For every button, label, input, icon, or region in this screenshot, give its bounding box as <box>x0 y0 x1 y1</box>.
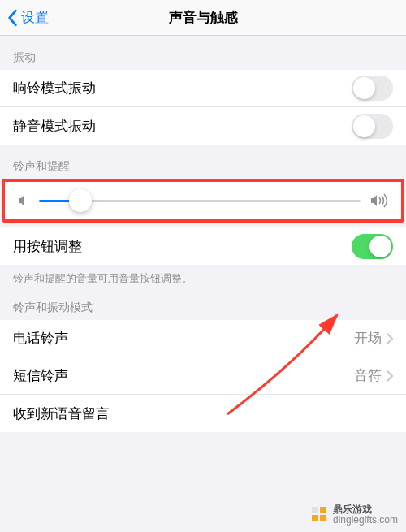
logo-icon <box>312 507 328 523</box>
switch-silent-vibrate[interactable] <box>352 114 393 139</box>
row-voicemail[interactable]: 收到新语音留言 <box>0 395 406 432</box>
row-label: 短信铃声 <box>13 366 354 385</box>
row-value: 音符 <box>354 366 382 385</box>
chevron-left-icon <box>6 9 18 27</box>
switch-ring-vibrate[interactable] <box>352 76 393 101</box>
row-label: 响铃模式振动 <box>13 79 352 97</box>
watermark-cn: 鼎乐游戏 <box>333 504 398 515</box>
switch-change-with-buttons[interactable] <box>352 234 393 259</box>
watermark: 鼎乐游戏 dinglegifts.com <box>312 504 398 526</box>
speaker-min-icon <box>18 194 29 207</box>
section-header-vibrate: 振动 <box>0 36 406 70</box>
section-header-patterns: 铃声和振动模式 <box>0 286 406 320</box>
row-change-with-buttons[interactable]: 用按钮调整 <box>0 227 406 265</box>
watermark-url: dinglegifts.com <box>333 515 398 526</box>
volume-slider-row[interactable] <box>2 179 404 223</box>
switch-knob <box>353 77 375 99</box>
row-sms-ringtone[interactable]: 短信铃声 音符 <box>0 357 406 395</box>
page-title: 声音与触感 <box>0 8 406 27</box>
switch-knob <box>369 236 391 257</box>
chevron-right-icon <box>387 370 393 382</box>
section-header-ringtone: 铃声和提醒 <box>0 145 406 179</box>
row-ring-vibrate[interactable]: 响铃模式振动 <box>0 70 406 107</box>
chevron-right-icon <box>387 333 393 344</box>
section-footer-ringtone: 铃声和提醒的音量可用音量按钮调整。 <box>0 265 406 286</box>
slider-thumb[interactable] <box>69 189 92 212</box>
back-label: 设置 <box>21 8 49 27</box>
row-value: 开场 <box>354 329 382 348</box>
speaker-max-icon <box>370 193 388 208</box>
row-silent-vibrate[interactable]: 静音模式振动 <box>0 107 406 145</box>
row-label: 收到新语音留言 <box>13 404 393 423</box>
volume-slider[interactable] <box>39 200 361 202</box>
row-label: 电话铃声 <box>13 329 354 348</box>
back-button[interactable]: 设置 <box>0 8 49 27</box>
switch-knob <box>353 115 375 137</box>
row-label: 静音模式振动 <box>13 117 352 136</box>
row-phone-ringtone[interactable]: 电话铃声 开场 <box>0 320 406 357</box>
row-label: 用按钮调整 <box>13 237 352 256</box>
